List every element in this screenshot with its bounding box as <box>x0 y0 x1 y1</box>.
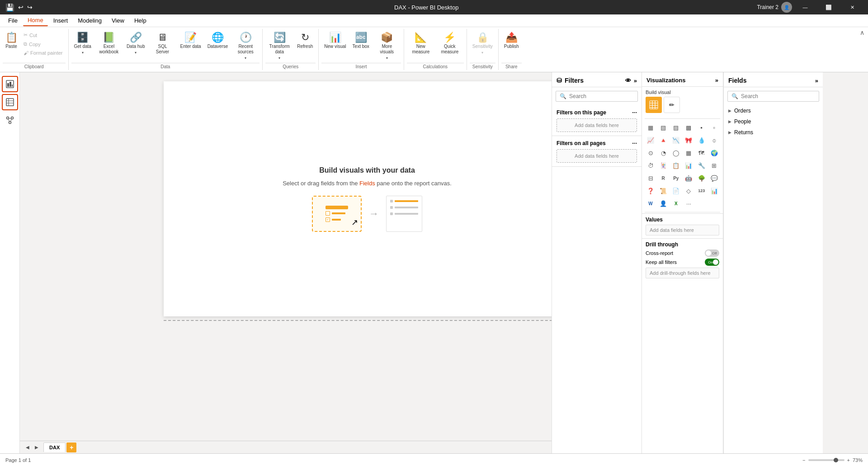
recent-sources-button[interactable]: 🕐 Recent sources ▾ <box>231 31 259 61</box>
enter-data-button[interactable]: 📝 Enter data <box>177 31 203 50</box>
sensitivity-button[interactable]: 🔒 Sensitivity ▾ <box>470 31 495 56</box>
viz-100pct-col[interactable]: ▫ <box>708 122 720 133</box>
collapse-ribbon-button[interactable]: ∧ <box>860 29 864 36</box>
viz-keep-all-toggle[interactable]: On <box>705 259 719 266</box>
viz-r-script[interactable]: R <box>657 172 669 184</box>
redo-icon[interactable]: ↪ <box>27 4 33 11</box>
viz-scatter[interactable]: ⊙ <box>645 147 656 159</box>
get-data-button[interactable]: 🗄️ Get data ▾ <box>71 31 94 56</box>
quick-measure-button[interactable]: ⚡ Quick measure <box>436 31 464 56</box>
add-fields-all-pages[interactable]: Add data fields here <box>557 149 637 163</box>
viz-ai-smart[interactable]: 🤖 <box>683 172 694 184</box>
viz-clustered-bar[interactable]: ▧ <box>657 122 669 133</box>
viz-diamond[interactable]: ◇ <box>683 185 694 197</box>
viz-selected-table-icon[interactable] <box>646 97 662 113</box>
page-next-button[interactable]: ▶ <box>33 443 41 452</box>
fields-collapse-icon[interactable]: » <box>815 77 818 84</box>
viz-ribbon[interactable]: 🎀 <box>683 134 694 146</box>
zoom-slider[interactable] <box>808 459 844 461</box>
sql-server-button[interactable]: 🖥 SQL Server <box>148 31 176 56</box>
page-tab-dax[interactable]: DAX <box>43 442 66 452</box>
new-visual-button[interactable]: 📊 New visual <box>321 31 349 50</box>
cut-button[interactable]: ✂ Cut <box>21 31 66 39</box>
viz-line[interactable]: 📈 <box>645 134 656 146</box>
viz-multi-row-card[interactable]: 📋 <box>670 160 682 171</box>
copy-button[interactable]: ⧉ Copy <box>21 40 66 48</box>
viz-add-values-field[interactable]: Add data fields here <box>646 225 719 235</box>
viz-person[interactable]: 👤 <box>657 198 669 209</box>
viz-line-cluster[interactable]: 📉 <box>670 134 682 146</box>
field-group-orders[interactable]: ▶ Orders <box>724 105 823 116</box>
viz-excel[interactable]: X <box>670 198 682 209</box>
viz-table[interactable]: ⊞ <box>708 160 720 171</box>
fields-search[interactable]: 🔍 <box>727 91 819 102</box>
viz-kpi[interactable]: 📊 <box>683 160 694 171</box>
viz-qa[interactable]: ❓ <box>645 185 656 197</box>
data-hub-button[interactable]: 🔗 Data hub ▾ <box>124 31 148 56</box>
dataverse-button[interactable]: 🌐 Dataverse <box>205 31 231 50</box>
refresh-button[interactable]: ↻ Refresh <box>294 31 316 50</box>
viz-paginated[interactable]: 📄 <box>670 185 682 197</box>
filters-more-icon[interactable]: ··· <box>632 109 637 116</box>
filters-all-more-icon[interactable]: ··· <box>632 140 637 146</box>
add-page-button[interactable]: + <box>66 442 76 452</box>
viz-pie[interactable]: ◔ <box>657 147 669 159</box>
viz-100pct-bar[interactable]: ▨ <box>670 122 682 133</box>
filters-search[interactable]: 🔍 <box>556 91 638 102</box>
viz-cross-report-toggle[interactable]: Off <box>705 249 719 257</box>
viz-waterfall[interactable]: 💧 <box>696 134 708 146</box>
maximize-button[interactable]: ⬜ <box>818 0 839 14</box>
minimize-button[interactable]: — <box>795 0 816 14</box>
excel-workbook-button[interactable]: 📗 Excel workbook <box>95 31 123 56</box>
viz-stacked-bar[interactable]: ▦ <box>645 122 656 133</box>
filters-eye-icon[interactable]: 👁 <box>625 77 631 84</box>
undo-icon[interactable]: ↩ <box>18 4 24 11</box>
viz-gauge[interactable]: ⏱ <box>645 160 656 171</box>
paste-button[interactable]: 📋 Paste <box>3 31 20 51</box>
fields-search-input[interactable] <box>741 93 815 99</box>
format-painter-button[interactable]: 🖌 Format painter <box>21 49 66 57</box>
viz-filled-map[interactable]: 🌍 <box>708 147 720 159</box>
viz-123[interactable]: 123 <box>696 185 708 197</box>
viz-decomp-tree[interactable]: 🌳 <box>696 172 708 184</box>
more-visuals-button[interactable]: 📦 More visuals ▾ <box>373 31 401 61</box>
viz-stacked-col[interactable]: ▩ <box>683 122 694 133</box>
viz-slicer[interactable]: 🔧 <box>696 160 708 171</box>
viz-key-influencers[interactable]: 💬 <box>708 172 720 184</box>
viz-add-drillthrough-field[interactable]: Add drill-through fields here <box>646 268 719 278</box>
close-button[interactable]: ✕ <box>842 0 863 14</box>
filters-expand-icon[interactable]: » <box>634 77 637 84</box>
menu-insert[interactable]: Insert <box>49 15 73 26</box>
user-avatar[interactable]: 👤 <box>781 2 792 13</box>
viz-area[interactable]: 🔺 <box>657 134 669 146</box>
nav-report-button[interactable] <box>2 76 18 92</box>
viz-card[interactable]: 🃏 <box>657 160 669 171</box>
save-icon[interactable]: 💾 <box>5 3 14 12</box>
transform-data-button[interactable]: 🔄 Transform data ▾ <box>265 31 293 61</box>
new-measure-button[interactable]: 📐 New measure <box>407 31 435 56</box>
viz-treemap[interactable]: ▦ <box>683 147 694 159</box>
filters-search-input[interactable] <box>569 93 634 99</box>
viz-word[interactable]: W <box>645 198 656 209</box>
viz-expand-icon[interactable]: » <box>715 77 718 84</box>
text-box-button[interactable]: 🔤 Text box <box>350 31 372 50</box>
page-prev-button[interactable]: ◀ <box>24 443 32 452</box>
viz-more-dots[interactable]: ··· <box>683 198 694 209</box>
menu-home[interactable]: Home <box>23 15 48 26</box>
menu-modeling[interactable]: Modeling <box>73 15 106 26</box>
nav-data-button[interactable] <box>2 94 18 110</box>
add-fields-this-page[interactable]: Add data fields here <box>557 118 637 132</box>
viz-format-pencil-icon[interactable]: ✏ <box>664 97 680 113</box>
zoom-out-icon[interactable]: − <box>802 457 805 463</box>
viz-bar-chart-more[interactable]: 📊 <box>708 185 720 197</box>
field-group-people[interactable]: ▶ People <box>724 116 823 127</box>
menu-file[interactable]: File <box>4 15 22 26</box>
viz-map[interactable]: 🗺 <box>696 147 708 159</box>
menu-view[interactable]: View <box>107 15 129 26</box>
viz-matrix[interactable]: ⊟ <box>645 172 656 184</box>
viz-smart-narr[interactable]: 📜 <box>657 185 669 197</box>
zoom-in-icon[interactable]: + <box>847 457 850 463</box>
viz-python[interactable]: Py <box>670 172 682 184</box>
menu-help[interactable]: Help <box>130 15 151 26</box>
publish-button[interactable]: 📤 Publish <box>501 31 522 50</box>
